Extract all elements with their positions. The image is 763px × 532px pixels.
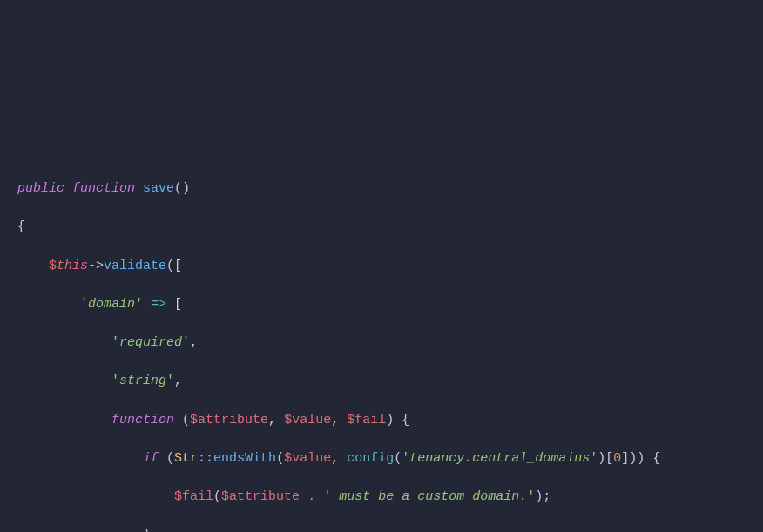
code-line: 'domain' => [ — [17, 286, 746, 324]
dollar-sign: $ — [284, 451, 292, 466]
comma: , — [331, 413, 347, 428]
code-line: { — [17, 208, 746, 246]
dollar-sign: $ — [284, 413, 292, 428]
comma: , — [190, 335, 198, 350]
quote: ' — [80, 297, 88, 312]
string-config-key: tenancy.central_domains — [409, 451, 590, 466]
close-paren-semi: ); — [535, 489, 550, 504]
this-keyword: this — [57, 259, 88, 273]
dollar-sign: $ — [347, 413, 354, 428]
keyword-function: function — [111, 413, 174, 428]
method-call: validate — [104, 259, 166, 273]
paren-open: ( — [276, 451, 284, 466]
comma: , — [331, 451, 347, 466]
string-string: string — [119, 374, 166, 388]
quote: ' — [135, 297, 143, 312]
dollar-sign: $ — [174, 489, 182, 504]
var-fail: fail — [182, 489, 213, 504]
quote: ' — [527, 489, 535, 504]
double-colon: :: — [198, 451, 213, 466]
brace-close: } — [143, 528, 151, 532]
keyword-function: function — [72, 181, 135, 196]
method-endswith: endsWith — [213, 451, 276, 466]
code-line: $this->validate([ — [17, 247, 746, 286]
function-name: save — [143, 181, 174, 196]
paren-open: ( — [394, 451, 402, 466]
var-attribute: attribute — [198, 413, 268, 428]
close-parens: ])) — [621, 451, 645, 466]
code-line: if (Str::endsWith($value, config('tenanc… — [17, 440, 746, 478]
string-error-msg: must be a custom domain. — [331, 489, 527, 504]
code-line: $fail($attribute . ' must be a custom do… — [17, 478, 746, 516]
quote: ' — [166, 374, 174, 388]
code-line: } — [17, 516, 746, 532]
paren-open: ( — [213, 489, 221, 504]
number-zero: 0 — [613, 451, 621, 466]
quote: ' — [402, 451, 409, 466]
var-fail: fail — [354, 413, 386, 428]
brace-open: { — [17, 219, 25, 234]
brace-open: { — [402, 413, 409, 428]
quote: ' — [590, 451, 598, 466]
fn-config: config — [347, 451, 394, 466]
paren-open: ( — [182, 413, 190, 428]
open-bracket: ([ — [166, 259, 182, 273]
comma: , — [174, 374, 182, 388]
class-str: Str — [174, 451, 198, 466]
quote: ' — [182, 335, 190, 350]
bracket: [ — [174, 297, 182, 312]
var-value: value — [292, 451, 331, 466]
paren-open: ( — [166, 451, 174, 466]
code-line: function ($attribute, $value, $fail) { — [17, 401, 746, 440]
quote: ' — [323, 489, 331, 504]
parens: () — [174, 181, 190, 196]
close-bracket: )[ — [598, 451, 613, 466]
comma: , — [268, 413, 284, 428]
keyword-public: public — [17, 181, 64, 196]
keyword-if: if — [143, 451, 159, 466]
quote: ' — [111, 374, 119, 388]
var-value: value — [292, 413, 331, 428]
dollar-sign: $ — [49, 259, 57, 273]
string-required: required — [119, 335, 182, 350]
brace-open: { — [652, 451, 660, 466]
quote: ' — [111, 335, 119, 350]
arrow-op: -> — [88, 259, 104, 273]
dollar-sign: $ — [190, 413, 198, 428]
dollar-sign: $ — [221, 489, 229, 504]
code-line: 'string', — [17, 362, 746, 401]
var-attribute: attribute — [229, 489, 300, 504]
code-line: public function save() — [17, 170, 746, 208]
code-line: 'required', — [17, 324, 746, 362]
fat-arrow: => — [151, 297, 166, 312]
string-domain: domain — [88, 297, 135, 312]
paren-close: ) — [386, 413, 394, 428]
concat-op: . — [307, 489, 315, 504]
